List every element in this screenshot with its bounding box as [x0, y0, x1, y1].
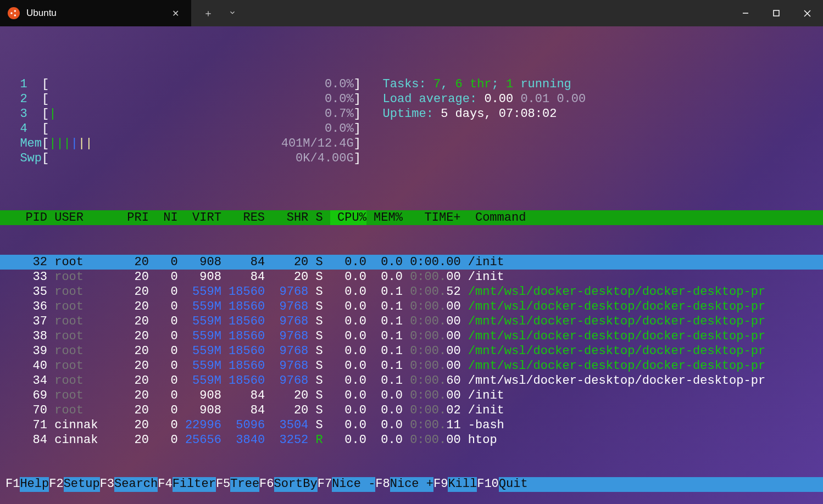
process-row[interactable]: 40 root 20 0 559M 18560 9768 S 0.0 0.1 0…: [0, 359, 823, 373]
titlebar: Ubuntu ✕ ＋: [0, 0, 823, 26]
fnlabel-F10[interactable]: Quit: [499, 477, 528, 492]
process-row[interactable]: 84 cinnak 20 0 25656 3840 3252 R 0.0 0.0…: [0, 433, 823, 447]
process-row[interactable]: 32 root 20 0 908 84 20 S 0.0 0.0 0:00.00…: [0, 255, 823, 270]
process-row[interactable]: 38 root 20 0 559M 18560 9768 S 0.0 0.1 0…: [0, 329, 823, 344]
minimize-button[interactable]: [730, 0, 761, 26]
cpu-meter-1: 1 [ 0.0%] Tasks: 7, 6 thr; 1 running: [0, 77, 823, 92]
cpu-meter-3: 3 [| 0.7%] Uptime: 5 days, 07:08:02: [0, 107, 823, 121]
tab-ubuntu[interactable]: Ubuntu ✕: [0, 0, 191, 26]
fnkey-F6: F6: [259, 477, 274, 492]
process-header[interactable]: PID USER PRI NI VIRT RES SHR S CPU% MEM%…: [0, 210, 823, 225]
memory-meter: Mem[|||||| 401M/12.4G]: [0, 136, 823, 151]
process-row[interactable]: 37 root 20 0 559M 18560 9768 S 0.0 0.1 0…: [0, 314, 823, 329]
fnkey-F9: F9: [433, 477, 448, 492]
function-key-bar: F1Help F2Setup F3SearchF4FilterF5Tree F6…: [0, 477, 823, 492]
fnkey-F3: F3: [100, 477, 114, 492]
fnkey-F2: F2: [49, 477, 63, 492]
fnkey-F1: F1: [5, 477, 20, 492]
fnlabel-F1[interactable]: Help: [20, 477, 49, 492]
process-row[interactable]: 35 root 20 0 559M 18560 9768 S 0.0 0.1 0…: [0, 284, 823, 299]
fnkey-F7: F7: [318, 477, 332, 492]
fnlabel-F5[interactable]: Tree: [230, 477, 259, 492]
fnkey-F4: F4: [158, 477, 172, 492]
fnkey-F5: F5: [216, 477, 230, 492]
process-row[interactable]: 69 root 20 0 908 84 20 S 0.0 0.0 0:00.00…: [0, 388, 823, 403]
maximize-button[interactable]: [761, 0, 792, 26]
ubuntu-icon: [8, 7, 20, 19]
svg-rect-4: [774, 10, 779, 16]
cpu-meter-2: 2 [ 0.0%] Load average: 0.00 0.01 0.00: [0, 92, 823, 107]
close-window-button[interactable]: [792, 0, 823, 26]
tab-title: Ubuntu: [26, 8, 161, 19]
fnkey-F10: F10: [477, 477, 499, 492]
tab-close-button[interactable]: ✕: [168, 6, 183, 21]
tab-dropdown-button[interactable]: [222, 3, 243, 24]
process-row[interactable]: 36 root 20 0 559M 18560 9768 S 0.0 0.1 0…: [0, 299, 823, 314]
fnlabel-F2[interactable]: Setup: [64, 477, 100, 492]
new-tab-button[interactable]: ＋: [197, 2, 220, 24]
swap-meter: Swp[ 0K/4.00G]: [0, 151, 823, 166]
fnlabel-F6[interactable]: SortBy: [274, 477, 318, 492]
process-row[interactable]: 39 root 20 0 559M 18560 9768 S 0.0 0.1 0…: [0, 344, 823, 359]
process-row[interactable]: 34 root 20 0 559M 18560 9768 S 0.0 0.1 0…: [0, 373, 823, 388]
process-row[interactable]: 70 root 20 0 908 84 20 S 0.0 0.0 0:00.02…: [0, 403, 823, 418]
fnlabel-F7[interactable]: Nice -: [332, 477, 375, 492]
process-row[interactable]: 71 cinnak 20 0 22996 5096 3504 S 0.0 0.0…: [0, 418, 823, 433]
fnlabel-F3[interactable]: Search: [114, 477, 158, 492]
fnkey-F8: F8: [375, 477, 390, 492]
svg-point-1: [14, 10, 16, 12]
fnlabel-F8[interactable]: Nice +: [390, 477, 433, 492]
fnlabel-F4[interactable]: Filter: [173, 477, 216, 492]
terminal-output[interactable]: 1 [ 0.0%] Tasks: 7, 6 thr; 1 running 2 […: [0, 26, 823, 462]
fnlabel-F9[interactable]: Kill: [448, 477, 477, 492]
svg-point-0: [10, 12, 13, 14]
svg-point-2: [14, 14, 16, 16]
process-row[interactable]: 33 root 20 0 908 84 20 S 0.0 0.0 0:00.00…: [0, 270, 823, 284]
cpu-meter-4: 4 [ 0.0%]: [0, 121, 823, 136]
